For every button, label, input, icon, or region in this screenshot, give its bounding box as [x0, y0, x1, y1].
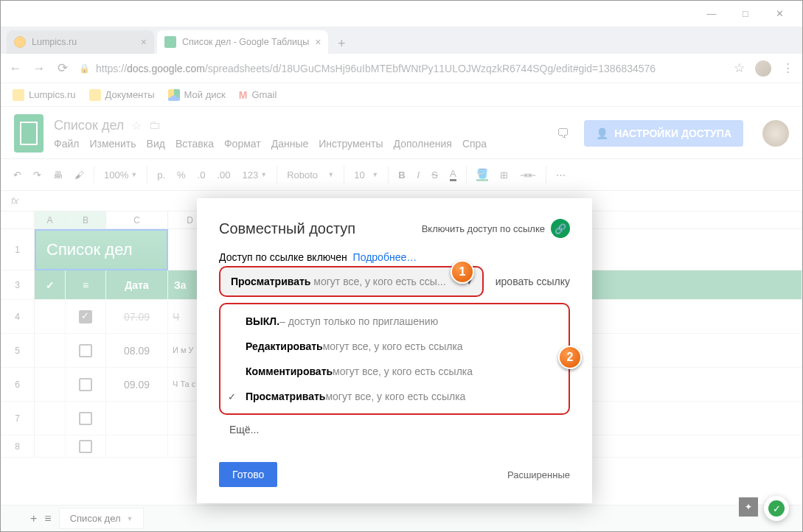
link-status: Доступ по ссылке включен Подробнее…: [219, 251, 570, 263]
link-icon: 🔗: [551, 219, 570, 238]
option-view[interactable]: ✓Просматривать могут все, у кого есть сс…: [220, 384, 569, 409]
option-comment[interactable]: Комментировать могут все, у кого есть сс…: [220, 359, 569, 384]
access-options: ВЫКЛ. – доступ только по приглашению Ред…: [219, 303, 570, 415]
option-off[interactable]: ВЫКЛ. – доступ только по приглашению: [220, 309, 569, 334]
copy-link-text[interactable]: ировать ссылку: [496, 276, 570, 287]
link-toggle[interactable]: Включить доступ по ссылке 🔗: [422, 219, 570, 238]
callout-badge-1: 1: [451, 260, 474, 284]
advanced-link[interactable]: Расширенные: [507, 469, 570, 480]
learn-more-link[interactable]: Подробнее…: [353, 251, 417, 263]
callout-badge-2: 2: [558, 346, 582, 369]
access-dropdown[interactable]: Просматривать могут все, у кого есть ссы…: [219, 266, 484, 297]
option-edit[interactable]: Редактировать могут все, у кого есть ссы…: [220, 334, 569, 359]
dialog-title: Совместный доступ: [219, 220, 355, 237]
explore-icon[interactable]: ✦: [739, 497, 758, 517]
extension-badge-icon[interactable]: ✓: [764, 496, 789, 521]
more-option[interactable]: Ещё...: [219, 415, 570, 444]
share-dialog: Совместный доступ Включить доступ по ссы…: [197, 198, 592, 503]
check-icon: ✓: [228, 391, 236, 402]
done-button[interactable]: Готово: [219, 462, 277, 487]
